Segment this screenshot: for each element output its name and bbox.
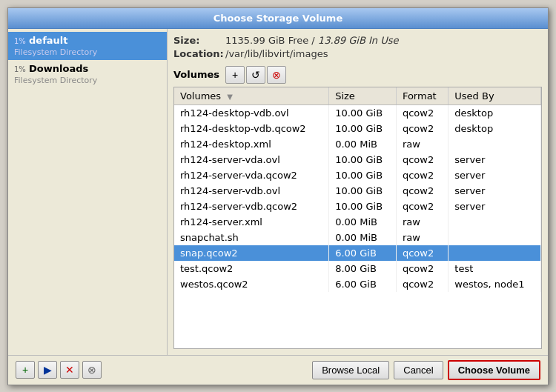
- add-button[interactable]: +: [16, 361, 35, 379]
- add-volume-button[interactable]: +: [225, 66, 245, 84]
- table-row[interactable]: rh124-server-vdb.ovl 10.00 GiB qcow2 ser…: [174, 183, 541, 199]
- storage-volume-dialog: Choose Storage Volume 1% default Filesys…: [7, 7, 549, 385]
- footer-right: Browse Local Cancel Choose Volume: [312, 360, 540, 380]
- sidebar-item-default[interactable]: 1% default Filesystem Directory: [8, 32, 167, 60]
- cell-usedby: server: [449, 152, 541, 167]
- cell-name: rh124-desktop-vdb.ovl: [174, 104, 329, 121]
- cell-size: 0.00 MiB: [329, 136, 397, 152]
- table-header-row: Volumes ▼ Size Format Used By: [174, 87, 541, 105]
- table-row[interactable]: rh124-desktop-vdb.ovl 10.00 GiB qcow2 de…: [174, 104, 541, 121]
- location-value: /var/lib/libvirt/images: [225, 48, 328, 59]
- cell-usedby: test: [449, 261, 541, 276]
- cell-size: 6.00 GiB: [329, 276, 397, 292]
- cell-format: qcow2: [396, 152, 448, 167]
- cell-name: westos.qcow2: [174, 276, 329, 292]
- cell-format: qcow2: [396, 183, 448, 199]
- cell-size: 6.00 GiB: [329, 245, 397, 261]
- cell-format: qcow2: [396, 276, 448, 292]
- cell-size: 10.00 GiB: [329, 152, 397, 167]
- cell-usedby: [449, 230, 541, 245]
- toolbar-label: Volumes: [173, 69, 219, 80]
- size-row: Size: 1135.99 GiB Free / 13.89 GiB In Us…: [173, 35, 542, 46]
- table-row[interactable]: westos.qcow2 6.00 GiB qcow2 westos, node…: [174, 276, 541, 292]
- cell-size: 10.00 GiB: [329, 167, 397, 183]
- cell-usedby: [449, 136, 541, 152]
- cell-usedby: westos, node1: [449, 276, 541, 292]
- cell-size: 10.00 GiB: [329, 183, 397, 199]
- size-value: 1135.99 GiB Free / 13.89 GiB In Use: [225, 35, 398, 46]
- table-body: rh124-desktop-vdb.ovl 10.00 GiB qcow2 de…: [174, 104, 541, 292]
- sidebar-item-downloads[interactable]: 1% Downloads Filesystem Directory: [8, 60, 167, 88]
- cell-usedby: desktop: [449, 104, 541, 121]
- cell-name: rh124-desktop-vdb.qcow2: [174, 121, 329, 136]
- cell-name: snap.qcow2: [174, 245, 329, 261]
- table-row[interactable]: rh124-desktop-vdb.qcow2 10.00 GiB qcow2 …: [174, 121, 541, 136]
- size-label: Size:: [173, 35, 225, 46]
- cell-usedby: desktop: [449, 121, 541, 136]
- cell-usedby: server: [449, 199, 541, 214]
- dialog-body: 1% default Filesystem Directory1% Downlo…: [8, 29, 548, 355]
- remove-button[interactable]: ✕: [60, 361, 79, 379]
- cell-size: 10.00 GiB: [329, 104, 397, 121]
- cell-name: rh124-server.xml: [174, 214, 329, 230]
- dialog-footer: + ▶ ✕ ⊗ Browse Local Cancel Choose Volum…: [8, 355, 548, 385]
- cell-format: raw: [396, 230, 448, 245]
- cancel-button[interactable]: Cancel: [394, 361, 443, 379]
- choose-volume-button[interactable]: Choose Volume: [448, 360, 540, 380]
- dialog-title: Choose Storage Volume: [8, 8, 548, 29]
- table-row[interactable]: test.qcow2 8.00 GiB qcow2 test: [174, 261, 541, 276]
- cell-usedby: [449, 214, 541, 230]
- table-row[interactable]: rh124-server-vda.qcow2 10.00 GiB qcow2 s…: [174, 167, 541, 183]
- table-row[interactable]: snap.qcow2 6.00 GiB qcow2: [174, 245, 541, 261]
- cell-format: qcow2: [396, 121, 448, 136]
- cell-name: rh124-server-vda.ovl: [174, 152, 329, 167]
- col-format: Format: [396, 87, 448, 105]
- table-row[interactable]: rh124-server-vdb.qcow2 10.00 GiB qcow2 s…: [174, 199, 541, 214]
- cell-format: raw: [396, 214, 448, 230]
- main-panel: Size: 1135.99 GiB Free / 13.89 GiB In Us…: [168, 29, 548, 355]
- cell-name: rh124-server-vdb.ovl: [174, 183, 329, 199]
- delete-volume-button[interactable]: ⊗: [267, 66, 286, 84]
- table-row[interactable]: snapchat.sh 0.00 MiB raw: [174, 230, 541, 245]
- cell-format: qcow2: [396, 199, 448, 214]
- sidebar: 1% default Filesystem Directory1% Downlo…: [8, 29, 168, 355]
- table-row[interactable]: rh124-server-vda.ovl 10.00 GiB qcow2 ser…: [174, 152, 541, 167]
- table-row[interactable]: rh124-desktop.xml 0.00 MiB raw: [174, 136, 541, 152]
- cell-format: raw: [396, 136, 448, 152]
- cell-size: 10.00 GiB: [329, 199, 397, 214]
- cell-size: 0.00 MiB: [329, 230, 397, 245]
- cell-name: rh124-server-vdb.qcow2: [174, 199, 329, 214]
- cell-name: rh124-server-vda.qcow2: [174, 167, 329, 183]
- cell-name: test.qcow2: [174, 261, 329, 276]
- cell-usedby: [449, 245, 541, 261]
- cell-format: qcow2: [396, 261, 448, 276]
- cell-format: qcow2: [396, 167, 448, 183]
- cell-size: 8.00 GiB: [329, 261, 397, 276]
- cell-usedby: server: [449, 183, 541, 199]
- location-row: Location: /var/lib/libvirt/images: [173, 48, 542, 59]
- col-usedby: Used By: [449, 87, 541, 105]
- browse-local-button[interactable]: Browse Local: [312, 361, 389, 379]
- cell-format: qcow2: [396, 245, 448, 261]
- footer-left: + ▶ ✕ ⊗: [16, 361, 312, 379]
- cell-size: 10.00 GiB: [329, 121, 397, 136]
- stop-button[interactable]: ⊗: [82, 361, 102, 379]
- location-label: Location:: [173, 48, 225, 59]
- cell-size: 0.00 MiB: [329, 214, 397, 230]
- toolbar: Volumes + ↺ ⊗: [173, 66, 542, 84]
- col-volumes: Volumes ▼: [174, 87, 329, 105]
- table-row[interactable]: rh124-server.xml 0.00 MiB raw: [174, 214, 541, 230]
- play-button[interactable]: ▶: [38, 361, 57, 379]
- cell-name: rh124-desktop.xml: [174, 136, 329, 152]
- refresh-button[interactable]: ↺: [246, 66, 265, 84]
- cell-usedby: server: [449, 167, 541, 183]
- volumes-table: Volumes ▼ Size Format Used By rh124-desk…: [174, 87, 541, 292]
- cell-name: snapchat.sh: [174, 230, 329, 245]
- col-size: Size: [329, 87, 397, 105]
- cell-format: qcow2: [396, 104, 448, 121]
- volumes-table-container: Volumes ▼ Size Format Used By rh124-desk…: [173, 87, 542, 349]
